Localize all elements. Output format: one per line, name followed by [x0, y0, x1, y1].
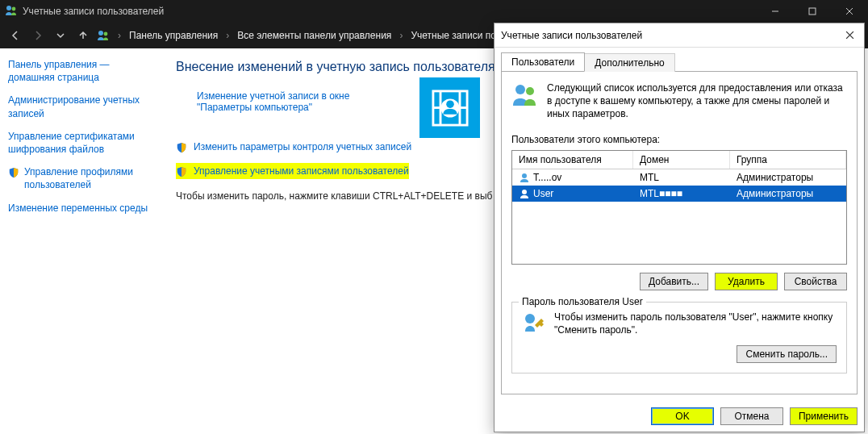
- cell-group: Администраторы: [737, 188, 813, 199]
- task-label: Изменение учетной записи в окне: [197, 90, 349, 102]
- user-row-icon: [519, 188, 530, 199]
- task-label: "Параметры компьютера": [197, 102, 312, 113]
- dialog-title: Учетные записи пользователей: [501, 30, 642, 41]
- user-list[interactable]: Имя пользователя Домен Группа T.....ov M…: [511, 150, 847, 265]
- sidebar: Панель управления — домашняя страница Ад…: [0, 48, 161, 434]
- users-large-icon: [511, 81, 539, 121]
- sidebar-item-home[interactable]: Панель управления — домашняя страница: [8, 58, 153, 84]
- close-button[interactable]: [831, 0, 868, 23]
- column-header-user[interactable]: Имя пользователя: [512, 151, 633, 169]
- cell-domain: MTL: [640, 172, 659, 183]
- add-user-button[interactable]: Добавить...: [640, 273, 708, 290]
- dialog-footer: OK Отмена Применить: [495, 401, 864, 432]
- tab-advanced[interactable]: Дополнительно: [584, 53, 674, 72]
- sidebar-item-admin-accounts[interactable]: Администрирование учетных записей: [8, 94, 153, 119]
- users-icon: [5, 4, 18, 19]
- minimize-button[interactable]: [757, 0, 794, 23]
- window-title: Учетные записи пользователей: [23, 6, 164, 17]
- sidebar-item-label: Изменение переменных среды: [8, 202, 148, 215]
- cell-domain: MTL■■■■: [640, 188, 682, 199]
- tab-users[interactable]: Пользователи: [501, 52, 585, 71]
- cell-group: Администраторы: [737, 172, 813, 183]
- breadcrumb-item[interactable]: Все элементы панели управления: [237, 30, 391, 41]
- nav-back-button[interactable]: [6, 27, 24, 44]
- svg-point-11: [515, 85, 525, 94]
- dialog-description: Следующий список используется для предос…: [547, 81, 847, 121]
- tab-pane-users: Следующий список используется для предос…: [501, 71, 858, 394]
- user-list-row[interactable]: T.....ov MTL Администраторы: [512, 169, 846, 186]
- ok-button[interactable]: OK: [651, 407, 714, 425]
- svg-point-14: [522, 190, 527, 194]
- sidebar-item-certificates[interactable]: Управление сертификатами шифрования файл…: [8, 130, 153, 156]
- task-uac-settings[interactable]: Изменить параметры контроля учетных запи…: [176, 139, 411, 155]
- password-legend: Пароль пользователя User: [519, 296, 646, 307]
- main-window-titlebar: Учетные записи пользователей: [0, 0, 868, 23]
- svg-point-0: [6, 6, 11, 10]
- svg-point-13: [522, 173, 527, 178]
- nav-forward-button[interactable]: [29, 27, 47, 44]
- user-list-header: Имя пользователя Домен Группа: [512, 151, 846, 169]
- shield-icon: [176, 166, 187, 177]
- svg-point-12: [526, 87, 534, 95]
- task-manage-user-accounts[interactable]: Управление учетными записями пользовател…: [176, 163, 409, 179]
- shield-icon: [176, 142, 187, 153]
- cell-user: T.....ov: [533, 172, 561, 183]
- cell-user: User: [533, 188, 553, 199]
- task-change-account-params[interactable]: Изменение учетной записи в окне "Парамет…: [197, 89, 349, 115]
- task-label: Изменить параметры контроля учетных запи…: [194, 141, 411, 152]
- sidebar-item-env-vars[interactable]: Изменение переменных среды: [8, 202, 153, 215]
- sidebar-item-label: Администрирование учетных записей: [8, 94, 153, 119]
- user-list-row[interactable]: User MTL■■■■ Администраторы: [512, 186, 846, 202]
- remove-user-button[interactable]: Удалить: [715, 273, 778, 290]
- password-text: Чтобы изменить пароль пользователя "User…: [554, 311, 837, 338]
- user-avatar-tile: [419, 77, 480, 138]
- sidebar-item-label: Управление сертификатами шифрования файл…: [8, 130, 153, 156]
- shield-icon: [8, 167, 19, 178]
- svg-point-3: [98, 31, 103, 35]
- column-header-domain[interactable]: Домен: [633, 151, 730, 169]
- column-header-group[interactable]: Группа: [730, 151, 846, 169]
- dialog-titlebar: Учетные записи пользователей: [495, 23, 864, 48]
- sidebar-item-label: Управление профилями пользователей: [24, 165, 153, 191]
- svg-point-15: [525, 314, 535, 323]
- svg-point-4: [104, 32, 108, 36]
- nav-recent-button[interactable]: [52, 27, 69, 44]
- user-row-icon: [519, 172, 530, 183]
- svg-rect-2: [809, 8, 816, 15]
- sidebar-item-label: Панель управления — домашняя страница: [8, 58, 153, 84]
- user-accounts-dialog: Учетные записи пользователей Пользовател…: [494, 23, 865, 432]
- breadcrumb-item[interactable]: Панель управления: [129, 30, 218, 41]
- dialog-close-button[interactable]: [838, 25, 861, 44]
- change-password-button[interactable]: Сменить пароль...: [737, 345, 837, 363]
- cancel-button[interactable]: Отмена: [720, 407, 783, 425]
- task-label: Управление учетными записями пользовател…: [194, 165, 409, 177]
- svg-point-1: [12, 6, 16, 10]
- password-fieldset: Пароль пользователя User Чтобы изменить …: [511, 302, 847, 374]
- user-list-label: Пользователи этого компьютера:: [511, 134, 847, 145]
- sidebar-item-profiles[interactable]: Управление профилями пользователей: [8, 165, 153, 191]
- key-icon: [522, 311, 546, 338]
- apply-button[interactable]: Применить: [790, 407, 858, 425]
- dialog-tabs: Пользователи Дополнительно: [495, 48, 864, 71]
- nav-up-button[interactable]: [74, 27, 92, 44]
- users-icon: [97, 29, 110, 42]
- maximize-button[interactable]: [794, 0, 831, 23]
- user-properties-button[interactable]: Свойства: [784, 273, 847, 290]
- svg-point-10: [446, 100, 454, 108]
